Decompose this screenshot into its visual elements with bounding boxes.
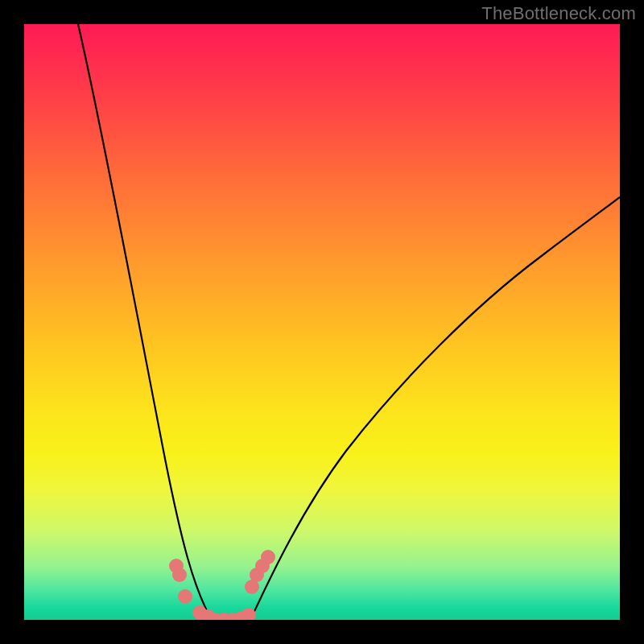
- marker-dot: [242, 608, 256, 620]
- left-curve: [78, 24, 212, 620]
- marker-group: [169, 550, 275, 620]
- watermark-text: TheBottleneck.com: [481, 3, 636, 24]
- marker-dot: [178, 589, 192, 604]
- outer-frame: TheBottleneck.com: [0, 0, 644, 644]
- marker-dot: [261, 550, 275, 564]
- right-curve: [250, 197, 620, 620]
- marker-dot: [172, 568, 187, 582]
- chart-svg: [24, 24, 620, 620]
